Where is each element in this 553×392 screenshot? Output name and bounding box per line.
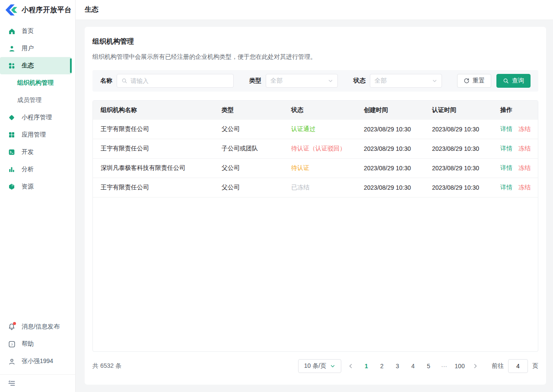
next-page-icon[interactable]	[469, 359, 481, 373]
org-type-cell: 父公司	[214, 164, 283, 172]
page-number[interactable]: 5	[423, 359, 435, 373]
search-icon	[503, 78, 509, 84]
column-header: 类型	[214, 106, 283, 114]
page-number[interactable]: 3	[391, 359, 404, 373]
more-pages-icon[interactable]: ···	[438, 359, 450, 373]
reset-button-label: 重置	[473, 77, 485, 85]
top-header: 生态	[76, 0, 553, 20]
chevron-down-icon	[328, 78, 333, 83]
sidebar-bottom-nav: 消息/信息发布 ? 帮助 张小强1994	[0, 316, 75, 392]
sidebar-item-analytics[interactable]: 分析	[0, 161, 75, 178]
status-badge: 待认证	[283, 164, 356, 172]
sidebar-item-messages[interactable]: 消息/信息发布	[0, 318, 75, 335]
status-select[interactable]: 全部	[370, 74, 442, 88]
notification-badge	[13, 322, 16, 325]
goto-label: 前往	[492, 362, 504, 370]
sidebar-item-label: 资源	[22, 183, 34, 191]
sidebar-item-label: 生态	[22, 62, 34, 70]
table-row: 王宇有限责任公司 父公司 已冻结 2023/08/29 10:30 2023/0…	[93, 178, 538, 198]
filter-bar: 名称 类型 全部 状态 全部	[92, 70, 538, 92]
sidebar-item-label: 用户	[22, 45, 34, 52]
table-row: 王宇有限责任公司 父公司 认证通过 2023/08/29 10:30 2023/…	[93, 120, 538, 139]
chevron-down-icon	[330, 363, 335, 369]
pagination-bar: 共 6532 条 10 条/页 1 2 3 4 5	[92, 358, 538, 374]
status-filter-label: 状态	[353, 77, 365, 85]
type-filter-label: 类型	[249, 77, 261, 85]
type-select[interactable]: 全部	[266, 74, 338, 88]
freeze-link[interactable]: 冻结	[518, 145, 531, 153]
name-search-field[interactable]	[117, 74, 234, 88]
certified-time-cell: 2023/08/29 10:30	[424, 184, 493, 191]
search-icon	[121, 78, 127, 84]
terminal-icon	[8, 148, 16, 156]
detail-link[interactable]: 详情	[500, 145, 512, 153]
sidebar-item-resources[interactable]: 资源	[0, 178, 75, 195]
sidebar-item-miniprogram[interactable]: 小程序管理	[0, 109, 75, 126]
reset-button[interactable]: 重置	[457, 74, 491, 88]
name-filter-label: 名称	[100, 77, 112, 85]
certified-time-cell: 2023/08/29 10:30	[424, 126, 493, 133]
page-size-value: 10 条/页	[304, 362, 326, 370]
collapse-sidebar-icon[interactable]	[8, 379, 16, 387]
ecosystem-icon	[8, 62, 16, 70]
sidebar-item-label: 消息/信息发布	[22, 323, 60, 331]
detail-link[interactable]: 详情	[500, 184, 512, 191]
status-badge: 已冻结	[283, 184, 356, 191]
org-name-cell: 王宇有限责任公司	[93, 145, 214, 153]
freeze-link[interactable]: 冻结	[518, 125, 531, 133]
table-row: 深圳凡泰极客科技有限责任公司 父公司 待认证 2023/08/29 10:30 …	[93, 159, 538, 178]
freeze-link[interactable]: 冻结	[518, 164, 531, 172]
created-time-cell: 2023/08/29 10:30	[356, 145, 424, 152]
created-time-cell: 2023/08/29 10:30	[356, 126, 424, 133]
app-title: 小程序开放平台	[22, 6, 72, 15]
sidebar-item-apps[interactable]: 应用管理	[0, 126, 75, 143]
org-name-cell: 王宇有限责任公司	[93, 184, 214, 191]
chevron-down-icon	[432, 78, 437, 83]
goto-suffix: 页	[532, 362, 538, 370]
org-name-cell: 深圳凡泰极客科技有限责任公司	[93, 164, 214, 172]
sidebar-item-label: 帮助	[22, 340, 34, 348]
page-number[interactable]: 4	[407, 359, 419, 373]
sidebar-item-label: 小程序管理	[22, 114, 52, 121]
page-number-last[interactable]: 100	[454, 359, 466, 373]
sidebar-item-ecosystem[interactable]: 生态	[0, 57, 72, 74]
page-size-select[interactable]: 10 条/页	[298, 359, 341, 373]
search-button-label: 查询	[512, 77, 524, 85]
prev-page-icon[interactable]	[345, 359, 357, 373]
org-type-cell: 子公司或团队	[214, 145, 283, 153]
status-badge: 认证通过	[283, 125, 356, 133]
org-type-cell: 父公司	[214, 184, 283, 191]
sidebar-subitem-member-management[interactable]: 成员管理	[0, 92, 75, 109]
sidebar-item-label: 首页	[22, 27, 34, 35]
sidebar-item-home[interactable]: 首页	[0, 22, 75, 40]
sidebar-subitem-org-management[interactable]: 组织机构管理	[0, 74, 75, 92]
status-select-value: 全部	[375, 77, 387, 85]
name-search-input[interactable]	[130, 74, 229, 87]
sidebar-nav: 首页 用户 生态 组织机构管理 成员管理	[0, 20, 75, 195]
sidebar-item-label: 分析	[22, 166, 34, 173]
detail-link[interactable]: 详情	[500, 164, 512, 172]
org-name-cell: 王宇有限责任公司	[93, 125, 214, 133]
user-icon	[8, 45, 16, 52]
svg-text:?: ?	[11, 342, 13, 346]
sidebar: 小程序开放平台 首页 用户 生态 组织机构管理	[0, 0, 76, 392]
certified-time-cell: 2023/08/29 10:30	[424, 165, 493, 172]
org-management-card: 组织机构管理 组织机构管理中会展示所有已经注册的企业机构类型，便于您在此处对其进…	[85, 27, 546, 385]
sidebar-item-help[interactable]: ? 帮助	[0, 335, 75, 353]
bar-chart-icon	[8, 166, 16, 173]
cube-icon	[8, 183, 16, 191]
goto-page-input[interactable]	[508, 359, 528, 373]
freeze-link[interactable]: 冻结	[518, 184, 531, 191]
sidebar-item-dev[interactable]: 开发	[0, 143, 75, 161]
home-icon	[8, 27, 16, 35]
created-time-cell: 2023/08/29 10:30	[356, 165, 424, 172]
app-logo-icon	[5, 3, 18, 16]
certified-time-cell: 2023/08/29 10:30	[424, 145, 493, 152]
sidebar-item-account[interactable]: 张小强1994	[0, 353, 75, 370]
search-button[interactable]: 查询	[496, 74, 531, 88]
bell-icon	[8, 323, 16, 331]
detail-link[interactable]: 详情	[500, 125, 512, 133]
sidebar-item-users[interactable]: 用户	[0, 40, 75, 57]
page-number[interactable]: 2	[376, 359, 388, 373]
page-number[interactable]: 1	[360, 359, 372, 373]
